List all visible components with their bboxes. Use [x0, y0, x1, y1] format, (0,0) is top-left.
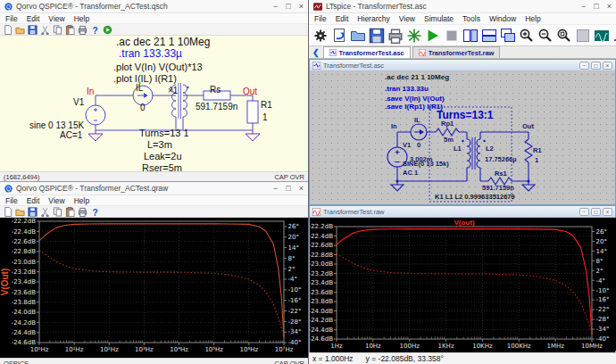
cut-icon[interactable]	[40, 207, 50, 217]
cut-icon[interactable]	[40, 25, 50, 35]
minimize-button[interactable]: −	[273, 185, 278, 193]
child-close-button[interactable]: ×	[603, 62, 612, 70]
cap-ovr-indicator: CAP OVR	[274, 360, 304, 364]
schematic-text: Rp1	[441, 120, 454, 128]
svg-text:10⁰Hz: 10⁰Hz	[30, 346, 49, 353]
child-minimize-button[interactable]: −	[579, 62, 589, 70]
svg-text:-22°: -22°	[288, 308, 302, 315]
svg-text:-23.2dB: -23.2dB	[12, 269, 37, 276]
tile-horizontal-icon[interactable]	[481, 28, 497, 44]
menu-view[interactable]: View	[48, 196, 64, 205]
zoom-out-icon[interactable]	[537, 28, 554, 44]
print-icon[interactable]	[78, 25, 87, 35]
child-maximize-button[interactable]: □	[591, 62, 601, 70]
paste-icon[interactable]	[65, 207, 75, 217]
new-file-icon[interactable]	[3, 25, 12, 35]
resistor-rp1	[436, 128, 459, 136]
run-sphere-icon[interactable]	[103, 25, 112, 35]
menu-view[interactable]: View	[399, 14, 415, 23]
run-play-icon[interactable]	[425, 28, 441, 44]
menu-edit[interactable]: Edit	[27, 196, 40, 205]
open-file-icon[interactable]	[15, 207, 25, 217]
svg-text:-23.4dB: -23.4dB	[12, 278, 37, 285]
child-maximize-button[interactable]: □	[591, 208, 601, 216]
print-icon[interactable]	[78, 207, 87, 217]
tab-waveform[interactable]: TransformerTest.raw	[412, 46, 501, 58]
menu-tools[interactable]: Tools	[462, 14, 480, 23]
schematic-text: 0	[417, 142, 420, 149]
minimize-button[interactable]: −	[581, 3, 586, 11]
wire-icon[interactable]	[612, 28, 616, 44]
svg-text:-23.8dB: -23.8dB	[12, 299, 37, 306]
menu-help[interactable]: Help	[525, 14, 540, 23]
schematic-text: .ac dec 21 1 10Meg	[116, 37, 210, 47]
menu-file[interactable]: File	[5, 14, 18, 23]
svg-text:-24.2dB: -24.2dB	[310, 317, 333, 324]
schematic-text: ×1	[168, 87, 178, 95]
svg-text:-24.2dB: -24.2dB	[12, 319, 37, 327]
child-close-button[interactable]: ×	[603, 208, 612, 216]
menu-edit[interactable]: Edit	[27, 14, 40, 23]
menu-help[interactable]: Help	[74, 14, 89, 23]
svg-text:-34°: -34°	[288, 328, 302, 335]
ltspice-schematic-child-titlebar[interactable]: TransformerTest.asc − □ ×	[310, 60, 615, 71]
close-button[interactable]: ×	[299, 3, 304, 11]
menu-view[interactable]: View	[48, 14, 64, 23]
schematic-text: 5m	[444, 136, 454, 144]
close-button[interactable]: ×	[607, 3, 612, 11]
halt-icon[interactable]	[444, 28, 460, 44]
save-icon[interactable]	[369, 28, 385, 44]
open-recent-icon[interactable]	[331, 28, 347, 44]
help-icon[interactable]: ?	[90, 25, 100, 35]
svg-text:Q: Q	[6, 185, 11, 192]
qspice-plot-area: -22.2dB-22.4dB-22.6dB-22.8dB-23.0dB-23.2…	[0, 218, 308, 358]
qspice-waveform-plot[interactable]: -22.2dB-22.4dB-22.6dB-22.8dB-23.0dB-23.2…	[0, 218, 308, 354]
waveform-icon[interactable]	[594, 28, 610, 44]
pan-icon[interactable]	[575, 28, 591, 44]
new-component-icon[interactable]	[406, 28, 422, 44]
copy-icon[interactable]	[53, 25, 62, 35]
menu-simulate[interactable]: Simulate	[424, 14, 454, 23]
print-icon[interactable]	[387, 28, 404, 44]
maximize-button[interactable]: □	[286, 3, 290, 11]
menu-hierarchy[interactable]: Hierarchy	[357, 14, 389, 23]
save-icon[interactable]	[28, 25, 37, 35]
zoom-fit-icon[interactable]	[556, 28, 572, 44]
ltspice-waveform-child-titlebar[interactable]: TransformerTest.raw − □ ×	[310, 206, 615, 218]
transformer-core	[179, 83, 181, 119]
svg-text:10³Hz: 10³Hz	[135, 346, 154, 353]
zoom-in-icon[interactable]	[519, 28, 535, 44]
tab-schematic[interactable]: TransformerTest.asc	[323, 46, 411, 58]
child-minimize-button[interactable]: −	[579, 208, 589, 216]
copy-icon[interactable]	[53, 207, 62, 217]
minimize-button[interactable]: −	[273, 3, 278, 11]
menu-file[interactable]: File	[5, 196, 18, 205]
schematic-text: L2	[486, 145, 494, 153]
close-button[interactable]: ×	[299, 185, 304, 193]
svg-text:100Hz: 100Hz	[400, 343, 420, 350]
cascade-icon[interactable]	[500, 28, 516, 44]
open-file-icon[interactable]	[15, 25, 25, 35]
paste-icon[interactable]	[65, 25, 75, 35]
qspice-schematic-canvas[interactable]: .ac dec 21 1 10Meg.tran 133.33µ.plot V(I…	[0, 36, 308, 171]
help-icon[interactable]: ?	[90, 207, 100, 217]
ltspice-schematic-canvas[interactable]: .ac dec 21 1 10Meg.tran 133.33u.save V(I…	[310, 71, 615, 204]
save-icon[interactable]	[28, 207, 37, 217]
maximize-button[interactable]: □	[594, 3, 598, 11]
tab-scroll-left-icon[interactable]: ❮	[311, 48, 321, 58]
ltspice-titlebar[interactable]: LTspice - TransformerTest.asc − □ ×	[309, 0, 616, 13]
menu-edit[interactable]: Edit	[336, 14, 349, 23]
menu-file[interactable]: File	[314, 14, 327, 23]
qspice-schematic-titlebar[interactable]: Q Qorvo QSPICE® - Transformer_ACTest.qsc…	[0, 0, 308, 13]
svg-text:10MHz: 10MHz	[581, 343, 603, 350]
open-folder-icon[interactable]	[350, 28, 366, 44]
settings-icon[interactable]	[312, 28, 329, 44]
new-file-icon[interactable]	[3, 207, 12, 217]
qspice-waveform-titlebar[interactable]: Q Qorvo QSPICE® - Transformer_ACTest.qra…	[0, 182, 308, 195]
maximize-button[interactable]: □	[286, 185, 290, 193]
menu-help[interactable]: Help	[74, 196, 89, 205]
schematic-text: .ac dec 21 1 10Meg	[385, 74, 449, 81]
tile-vertical-icon[interactable]	[462, 28, 479, 44]
menu-window[interactable]: Window	[489, 14, 516, 23]
ltspice-waveform-plot[interactable]: -22.2dB-22.4dB-22.6dB-22.8dB-23.0dB-23.2…	[310, 218, 616, 351]
